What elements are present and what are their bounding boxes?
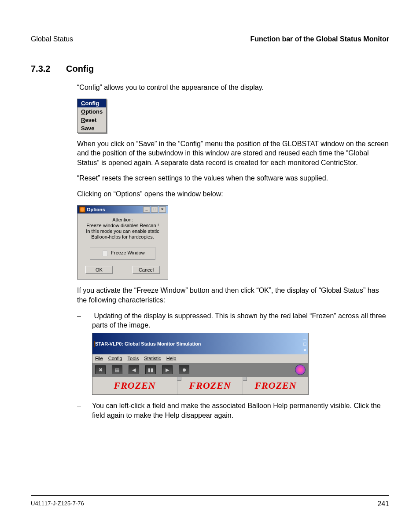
frozen-pane-2: FROZEN	[177, 377, 243, 394]
reset-paragraph: “Reset” resets the screen settings to th…	[77, 173, 389, 183]
close-icon: ×	[159, 206, 166, 213]
toolbar-logo-icon	[295, 364, 306, 375]
options-dialog-icon	[79, 206, 85, 213]
freeze-window-checkbox: Freeze Window	[90, 247, 155, 260]
config-menu-item-reset: Reset	[77, 116, 106, 124]
menu-file: File	[95, 355, 103, 362]
config-menu-item-options: Options	[77, 107, 106, 116]
toolbar-grid-icon: ▦	[112, 365, 122, 374]
freeze-checkbox-label: Freeze Window	[111, 250, 144, 256]
frozen-label-2: FROZEN	[189, 379, 231, 392]
frozen-window-titlebar: STAR-VLP0: Global Status Monitor Simulat…	[92, 333, 308, 355]
frozen-menubar: File Config Tools Statistic Help	[92, 354, 308, 363]
frozen-window-title: STAR-VLP0: Global Status Monitor Simulat…	[95, 341, 201, 346]
footer-doc-id: U41117-J-Z125-7-76	[31, 500, 84, 508]
header-right: Function bar of the Global Status Monito…	[250, 35, 389, 43]
menu-tools: Tools	[128, 355, 139, 362]
menu-statistic: Statistic	[144, 355, 161, 362]
bullet-1: Updating of the display is suppressed. T…	[77, 311, 389, 395]
frozen-label-1: FROZEN	[114, 379, 156, 392]
frozen-window-figure: STAR-VLP0: Global Status Monitor Simulat…	[92, 333, 309, 395]
options-dialog-title: Options	[87, 207, 105, 212]
frozen-toolbar: ✖ ▦ ◀ ▮▮ ▶ ⏺	[92, 363, 308, 377]
frozen-pane-1: FROZEN	[92, 377, 177, 394]
footer-page-number: 241	[377, 500, 389, 508]
menu-config: Config	[108, 355, 122, 362]
freeze-checkbox-input	[102, 250, 108, 256]
fw-maximize-icon: □	[303, 341, 306, 347]
toolbar-record-icon: ⏺	[179, 365, 189, 374]
options-intro-paragraph: Clicking on “Options” opens the window b…	[77, 189, 389, 199]
menu-help: Help	[166, 355, 177, 362]
config-menu-item-save: Save	[77, 124, 106, 132]
toolbar-back-icon: ◀	[129, 365, 139, 374]
section-heading: 7.3.2 Config	[31, 64, 389, 74]
toolbar-close-icon: ✖	[95, 365, 106, 374]
cancel-button: Cancel	[133, 266, 160, 274]
bullet-2: You can left-click a field and make the …	[77, 401, 389, 420]
intro-paragraph: “Config” allows you to control the appea…	[77, 83, 389, 92]
frozen-label-3: FROZEN	[254, 379, 296, 392]
ok-button: OK	[85, 266, 113, 274]
fw-minimize-icon: _	[303, 334, 306, 341]
options-dialog-figure: Options _ □ × Attention: Freeze-window d…	[77, 205, 168, 280]
freeze-desc-paragraph: If you activate the “Freeze Window” butt…	[77, 286, 389, 305]
options-attention-text: Attention: Freeze-window disables Rescan…	[77, 213, 168, 243]
section-number: 7.3.2	[31, 64, 66, 74]
options-titlebar: Options _ □ ×	[77, 206, 168, 213]
config-menu-figure: Config Options Reset Save	[77, 99, 107, 133]
toolbar-pause-icon: ▮▮	[145, 365, 156, 374]
minimize-icon: _	[143, 206, 150, 213]
section-title: Config	[66, 64, 94, 74]
toolbar-forward-icon: ▶	[162, 365, 173, 374]
save-paragraph: When you click on “Save” in the “Config”…	[77, 139, 389, 168]
fw-close-icon: ×	[303, 347, 306, 353]
frozen-pane-3: FROZEN	[243, 377, 308, 394]
header-left: Global Status	[31, 35, 73, 43]
maximize-icon: □	[151, 206, 158, 213]
config-menu-title: Config	[77, 99, 106, 107]
